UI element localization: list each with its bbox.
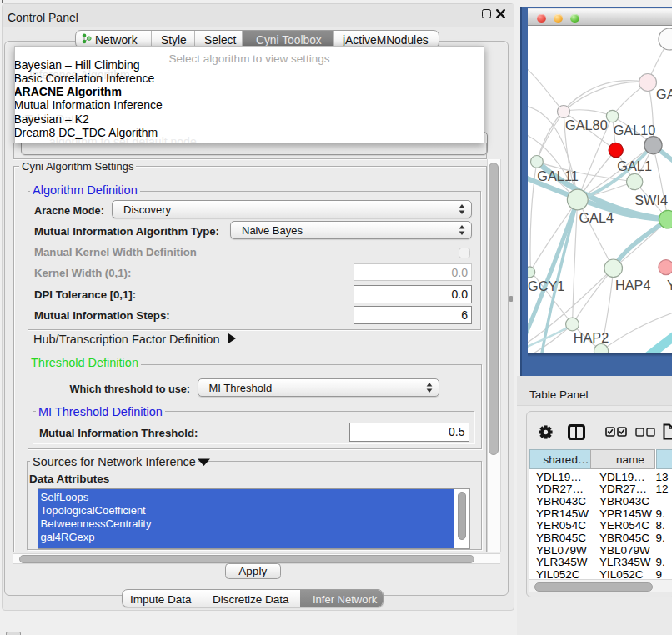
svg-text:HAP4: HAP4 [615,278,651,292]
svg-text:SWI4: SWI4 [634,192,668,208]
svg-text:GAL7: GAL7 [656,87,672,102]
svg-text:GAL80: GAL80 [565,118,608,132]
svg-text:GAL4: GAL4 [579,210,614,225]
svg-text:GAL10: GAL10 [614,122,656,138]
svg-text:HAP2: HAP2 [574,330,609,345]
svg-text:GAL1: GAL1 [617,158,652,173]
svg-text:YM: YM [667,278,672,292]
svg-text:GCY1: GCY1 [528,278,564,293]
svg-text:GAL11: GAL11 [537,168,578,183]
